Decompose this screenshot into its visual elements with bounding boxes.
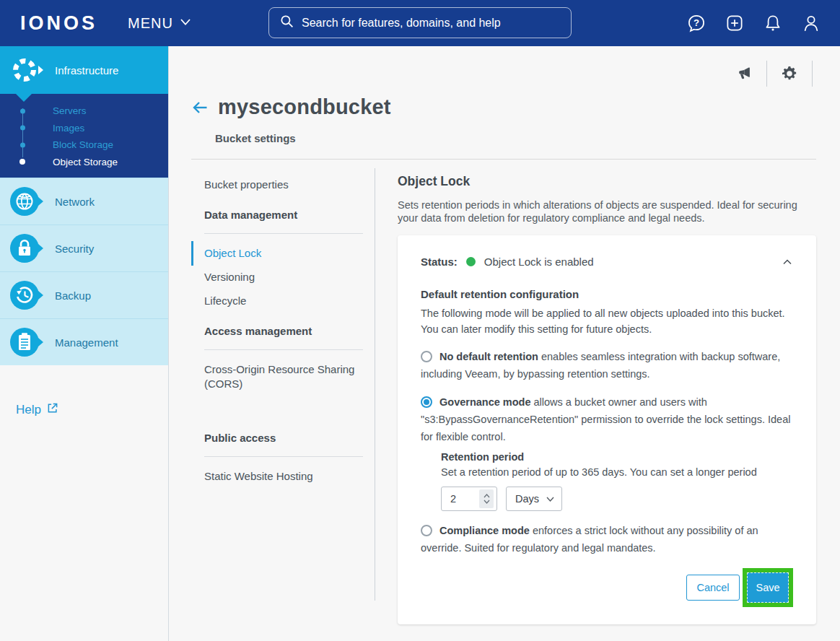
content-divider xyxy=(375,168,375,601)
chevron-down-icon xyxy=(179,15,192,32)
backup-clock-icon xyxy=(10,281,39,310)
search-placeholder: Search for features, domains, and help xyxy=(302,17,501,30)
option-compliance-mode: Compliance mode enforces a strict lock w… xyxy=(421,522,793,557)
nav-item-cors[interactable]: Cross-Origin Resource Sharing (CORS) xyxy=(191,362,375,391)
nav-header-data-management: Data management xyxy=(204,209,363,234)
sidebar: Infrastructure Servers Images Block Stor… xyxy=(0,46,168,641)
nav-item-static-website-hosting[interactable]: Static Website Hosting xyxy=(191,469,375,484)
sidebar-item-security[interactable]: Security xyxy=(0,224,168,271)
page-subtitle: Bucket settings xyxy=(215,132,840,144)
nav-item-versioning[interactable]: Versioning xyxy=(191,270,375,284)
retention-period-description: Set a retention period of up to 365 days… xyxy=(441,466,793,478)
option-name: Governance mode xyxy=(439,396,531,408)
sidebar-item-label: Management xyxy=(55,336,118,349)
select-chevron-icon xyxy=(546,497,554,502)
sidebar-subitem-block-storage[interactable]: Block Storage xyxy=(0,136,168,154)
bell-icon[interactable] xyxy=(763,13,783,33)
section-title: Default retention configuration xyxy=(421,288,793,300)
retention-value: 2 xyxy=(442,493,479,505)
retention-value-input[interactable]: 2 xyxy=(441,487,497,511)
help-link[interactable]: Help xyxy=(16,401,59,418)
help-bubble-icon[interactable]: ? xyxy=(686,13,706,33)
top-bar: IONOS MENU Search for features, domains,… xyxy=(0,0,840,46)
main-content: mysecondbucket Bucket settings Bucket pr… xyxy=(169,46,840,641)
help-label: Help xyxy=(16,403,41,417)
search-icon xyxy=(279,14,294,32)
svg-text:?: ? xyxy=(694,17,699,28)
search-input[interactable]: Search for features, domains, and help xyxy=(268,7,572,38)
retention-unit: Days xyxy=(507,493,546,505)
collapse-chevron-icon[interactable] xyxy=(782,256,793,268)
sidebar-item-infrastructure[interactable]: Infrastructure xyxy=(0,46,168,94)
sidebar-item-label: Network xyxy=(55,196,95,208)
radio-compliance-mode[interactable] xyxy=(421,525,432,536)
sidebar-subitem-object-storage[interactable]: Object Storage xyxy=(0,154,168,171)
actions-separator xyxy=(812,61,813,87)
radio-no-default-retention[interactable] xyxy=(421,351,432,362)
sidebar-item-management[interactable]: Management xyxy=(0,318,168,365)
sidebar-item-network[interactable]: Network xyxy=(0,178,168,224)
actions-separator xyxy=(766,61,767,87)
lock-icon xyxy=(10,234,39,263)
page: IONOS MENU Search for features, domains,… xyxy=(0,0,840,641)
sidebar-subitem-servers[interactable]: Servers xyxy=(0,103,168,120)
option-no-default-retention: No default retention enables seamless in… xyxy=(421,348,793,383)
ionos-logo[interactable]: IONOS xyxy=(20,12,97,35)
button-row: Cancel Save xyxy=(421,568,793,607)
topbar-icons: ? xyxy=(686,0,821,46)
back-arrow-icon[interactable] xyxy=(191,99,209,116)
radio-governance-mode[interactable] xyxy=(421,396,432,408)
retention-unit-select[interactable]: Days xyxy=(506,487,562,511)
sidebar-item-label: Security xyxy=(55,243,94,255)
nav-header-public-access: Public access xyxy=(204,432,363,457)
sidebar-item-label: Infrastructure xyxy=(55,64,118,77)
object-lock-panel: Object Lock Sets retention periods in wh… xyxy=(398,160,816,624)
retention-period-block: Retention period Set a retention period … xyxy=(441,451,793,511)
network-icon xyxy=(10,187,39,216)
status-dot-enabled xyxy=(466,257,476,266)
settings-nav: Bucket properties Data management Object… xyxy=(191,160,375,624)
save-button-highlight: Save xyxy=(743,568,793,607)
infrastructure-icon xyxy=(10,56,39,84)
gear-icon[interactable] xyxy=(781,65,798,82)
retention-period-label: Retention period xyxy=(441,451,793,463)
sidebar-item-label: Backup xyxy=(55,289,91,302)
object-lock-card: Status: Object Lock is enabled Default r… xyxy=(398,235,816,624)
number-stepper[interactable] xyxy=(479,489,494,508)
page-actions xyxy=(728,59,819,88)
clipboard-icon xyxy=(10,328,39,357)
menu-button[interactable]: MENU xyxy=(128,15,192,32)
panel-description: Sets retention periods in which alterati… xyxy=(398,199,816,224)
infrastructure-submenu: Servers Images Block Storage Object Stor… xyxy=(0,94,168,178)
section-description: The following mode will be applied to al… xyxy=(421,305,793,337)
nav-item-object-lock[interactable]: Object Lock xyxy=(191,246,375,261)
sidebar-item-backup[interactable]: Backup xyxy=(0,271,168,318)
option-name: No default retention xyxy=(439,351,538,362)
save-button[interactable]: Save xyxy=(747,572,789,603)
nav-item-bucket-properties[interactable]: Bucket properties xyxy=(191,178,375,192)
page-title: mysecondbucket xyxy=(218,95,391,119)
option-governance-mode: Governance mode allows a bucket owner an… xyxy=(421,393,793,445)
megaphone-icon[interactable] xyxy=(735,65,753,82)
status-label: Status: xyxy=(421,256,458,268)
menu-label: MENU xyxy=(128,15,173,32)
nav-item-lifecycle[interactable]: Lifecycle xyxy=(191,294,375,308)
cancel-button[interactable]: Cancel xyxy=(686,575,740,601)
user-icon[interactable] xyxy=(801,13,821,33)
status-text: Object Lock is enabled xyxy=(484,256,594,268)
external-link-icon xyxy=(46,401,59,418)
panel-title: Object Lock xyxy=(398,174,816,189)
sidebar-subitem-images[interactable]: Images xyxy=(0,120,168,137)
add-icon[interactable] xyxy=(725,13,745,33)
option-name: Compliance mode xyxy=(439,525,530,536)
status-row: Status: Object Lock is enabled xyxy=(421,256,793,268)
nav-header-access-management: Access management xyxy=(204,325,363,350)
